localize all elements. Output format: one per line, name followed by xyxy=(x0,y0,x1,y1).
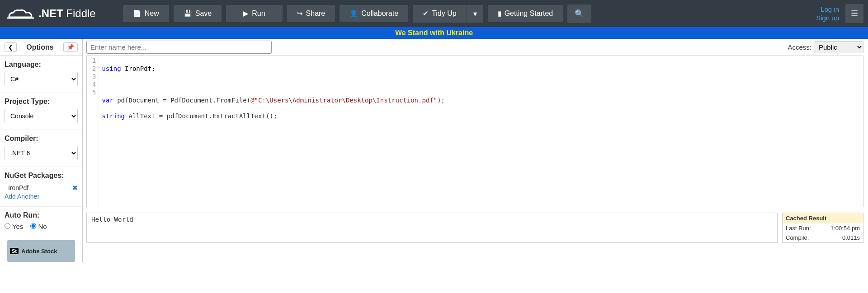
file-icon: 📄 xyxy=(133,9,142,18)
autorun-no-radio[interactable] xyxy=(30,223,36,229)
search-button[interactable]: 🔍 xyxy=(567,5,591,23)
code-editor[interactable]: 1 2 3 4 5 using IronPdf; var pdfDocument… xyxy=(86,56,863,207)
search-icon: 🔍 xyxy=(575,9,584,19)
book-icon: ▮ xyxy=(498,9,501,18)
nuget-label: NuGet Packages: xyxy=(5,172,78,180)
share-button-label: Share xyxy=(306,9,326,18)
share-icon: ↪ xyxy=(297,9,303,18)
save-button-label: Save xyxy=(195,9,212,18)
save-button[interactable]: 💾Save xyxy=(174,5,222,22)
close-icon: ✖ xyxy=(72,184,78,191)
stats-header: Cached Result xyxy=(783,213,863,223)
access-select[interactable]: Public xyxy=(814,41,863,53)
tidy-group: ✔Tidy Up ▾ xyxy=(413,5,483,23)
nuget-package-name: IronPdf xyxy=(5,184,28,191)
add-package-link[interactable]: Add Another xyxy=(5,193,78,200)
autorun-group: Auto Run: Yes No xyxy=(0,207,82,237)
project-type-group: Project Type: Console xyxy=(0,93,82,130)
logo-text-light: Fiddle xyxy=(63,7,96,19)
auth-links: Log in Sign up xyxy=(816,5,839,23)
logo[interactable]: .NET Fiddle xyxy=(7,7,96,20)
autorun-no-label[interactable]: No xyxy=(30,223,47,230)
share-button[interactable]: ↪Share xyxy=(287,5,335,22)
new-button-label: New xyxy=(145,9,159,18)
stats-panel: Cached Result Last Run: 1:00:54 pm Compi… xyxy=(782,213,863,243)
tidy-dropdown[interactable]: ▾ xyxy=(467,5,483,23)
sidebar-title: Options xyxy=(17,43,63,51)
language-group: Language: C# xyxy=(0,56,82,93)
autorun-yes-label[interactable]: Yes xyxy=(5,223,23,230)
login-link[interactable]: Log in xyxy=(816,5,839,14)
editor-gutter: 1 2 3 4 5 xyxy=(87,56,99,207)
compiler-label: Compiler: xyxy=(5,135,78,143)
collapse-sidebar-button[interactable]: ❮ xyxy=(5,42,17,52)
code-area[interactable]: using IronPdf; var pdfDocument = PdfDocu… xyxy=(99,56,448,207)
sidebar-header: ❮ Options 📌 xyxy=(0,39,82,56)
ukraine-banner: We Stand with Ukraine xyxy=(0,27,868,39)
project-type-label: Project Type: xyxy=(5,98,78,106)
language-label: Language: xyxy=(5,60,78,69)
stat-row-lastrun: Last Run: 1:00:54 pm xyxy=(783,223,863,233)
tidy-button-label: Tidy Up xyxy=(432,9,457,18)
pin-icon: 📌 xyxy=(67,44,74,51)
pin-sidebar-button[interactable]: 📌 xyxy=(63,42,78,52)
sidebar: ❮ Options 📌 Language: C# Project Type: C… xyxy=(0,39,83,262)
logo-text-bold: .NET xyxy=(38,7,63,19)
autorun-label: Auto Run: xyxy=(5,211,78,219)
stat-row-compile: Compile: 0.011s xyxy=(783,233,863,242)
remove-package-button[interactable]: ✖ xyxy=(72,184,78,191)
nuget-group: NuGet Packages: IronPdf ✖ Add Another xyxy=(0,167,82,207)
main-area: ❮ Options 📌 Language: C# Project Type: C… xyxy=(0,39,868,262)
compiler-group: Compiler: .NET 6 xyxy=(0,130,82,167)
content-top-row: Access: Public xyxy=(86,41,863,54)
caret-down-icon: ▾ xyxy=(473,9,477,18)
fiddle-name-input[interactable] xyxy=(86,41,272,54)
compiler-select[interactable]: .NET 6 xyxy=(5,146,78,160)
chevron-left-icon: ❮ xyxy=(8,44,13,51)
menu-icon: ☰ xyxy=(851,9,858,18)
save-icon: 💾 xyxy=(184,9,192,18)
new-button[interactable]: 📄New xyxy=(123,5,169,22)
nuget-package-row: IronPdf ✖ xyxy=(5,183,78,193)
ad-adobe-stock[interactable]: St Adobe Stock xyxy=(7,240,75,262)
language-select[interactable]: C# xyxy=(5,72,78,86)
access-label: Access: xyxy=(788,43,811,51)
collaborate-button[interactable]: 👤Collaborate xyxy=(340,5,408,22)
content: Access: Public 1 2 3 4 5 using IronPdf; … xyxy=(83,39,868,262)
hamburger-menu[interactable]: ☰ xyxy=(845,4,863,23)
getting-started-button[interactable]: ▮Getting Started xyxy=(488,5,563,22)
top-right: Log in Sign up ☰ xyxy=(816,4,863,23)
cloud-icon xyxy=(7,8,34,19)
run-button[interactable]: ▶Run xyxy=(226,5,282,22)
collaborate-button-label: Collaborate xyxy=(361,9,398,18)
run-button-label: Run xyxy=(252,9,265,18)
autorun-yes-radio[interactable] xyxy=(5,223,10,229)
adobe-st-icon: St xyxy=(10,248,19,254)
check-icon: ✔ xyxy=(423,9,429,18)
signup-link[interactable]: Sign up xyxy=(816,14,839,23)
project-type-select[interactable]: Console xyxy=(5,109,78,123)
top-toolbar: .NET Fiddle 📄New 💾Save ▶Run ↪Share 👤Coll… xyxy=(0,0,868,27)
ad-text: Adobe Stock xyxy=(21,248,57,255)
output-panel: Hello World xyxy=(86,213,778,243)
bottom-panels: Hello World Cached Result Last Run: 1:00… xyxy=(86,213,863,243)
autorun-radios: Yes No xyxy=(5,223,78,230)
tidy-button[interactable]: ✔Tidy Up xyxy=(413,5,467,23)
play-icon: ▶ xyxy=(243,9,249,18)
user-icon: 👤 xyxy=(349,9,358,18)
getting-started-label: Getting Started xyxy=(505,9,553,18)
access-control: Access: Public xyxy=(788,41,863,53)
